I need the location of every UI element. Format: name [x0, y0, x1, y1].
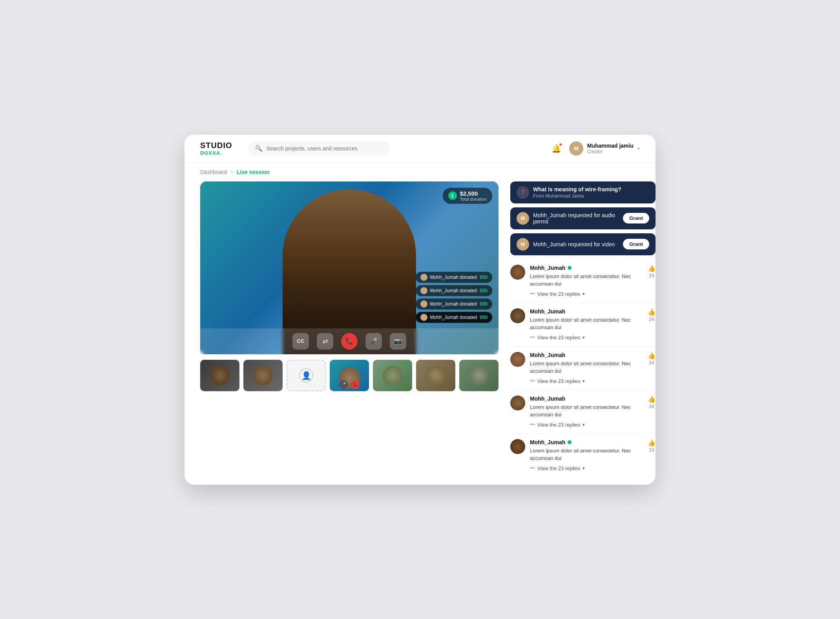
- thumbnails: 👤 🎤 📞: [200, 360, 499, 391]
- comment-header-5: Mohh_Jumah: [530, 439, 643, 445]
- comment-body-3: Mohh_Jumah Lorem ipsum dolor sit amet co…: [530, 352, 643, 384]
- thumb-4[interactable]: 🎤 📞: [330, 360, 369, 391]
- replies-link-2: View the 23 replies: [537, 335, 581, 341]
- dollar-icon: $: [448, 191, 457, 200]
- comment-text-1: Lorem ipsum dolor sit amet consectetur. …: [530, 273, 643, 288]
- question-text: What is meaning of wire-framing? From Mu…: [533, 186, 649, 199]
- chip-avatar-2: [420, 287, 427, 294]
- like-count-3: 24: [649, 360, 654, 366]
- chevron-replies-1: ▾: [583, 291, 585, 297]
- chip-1: Mohh_Jumah donated $50: [416, 272, 492, 283]
- replies-link-4: View the 23 replies: [537, 422, 581, 428]
- question-from: From Muhammad Jamiu: [533, 193, 649, 199]
- chip-user-3: Mohh_Jumah donated: [430, 301, 477, 307]
- breadcrumb: Dashboard > Live session: [184, 163, 656, 178]
- comment-name-4: Mohh_Jumah: [530, 396, 565, 402]
- thumb-mute-icon: 🎤: [339, 380, 348, 389]
- chevron-down-icon: ▾: [637, 146, 640, 151]
- comment-replies-5[interactable]: ••• View the 23 replies ▾: [530, 465, 643, 471]
- like-icon-1[interactable]: 👍: [648, 265, 656, 272]
- question-request-card: ❓ What is meaning of wire-framing? From …: [510, 181, 656, 203]
- question-title: What is meaning of wire-framing?: [533, 186, 649, 192]
- thumb-6[interactable]: [416, 360, 455, 391]
- replies-link-5: View the 23 replies: [537, 465, 581, 471]
- thumb-7[interactable]: [459, 360, 499, 391]
- logo: STUDIO DOXXA.: [200, 141, 232, 156]
- comment-header-4: Mohh_Jumah: [530, 396, 643, 402]
- comments-list: Mohh_Jumah Lorem ipsum dolor sit amet co…: [510, 259, 656, 473]
- comment-right-1: 👍 24: [648, 265, 656, 278]
- chip-4: Mohh_Jumah donated $50: [416, 312, 492, 323]
- right-panel: ❓ What is meaning of wire-framing? From …: [510, 178, 656, 473]
- grant-video-button[interactable]: Grant: [623, 239, 649, 249]
- comment-replies-2[interactable]: ••• View the 23 replies ▾: [530, 335, 643, 341]
- donation-chips: Mohh_Jumah donated $50 Mohh_Jumah donate…: [416, 272, 492, 323]
- comment-avatar-2: [510, 308, 525, 323]
- replies-link-3: View the 23 replies: [537, 378, 581, 384]
- comment-right-2: 👍 24: [648, 308, 656, 322]
- header-right: 🔔 M Muhammad jamiu Creator ▾: [551, 141, 640, 156]
- comment-replies-3[interactable]: ••• View the 23 replies ▾: [530, 378, 643, 384]
- like-icon-4[interactable]: 👍: [648, 396, 656, 403]
- comment-avatar-5: [510, 439, 525, 454]
- chip-amount-2: $50: [480, 288, 488, 293]
- video-permit-card: M Mohh_Jumah requested for video Grant: [510, 233, 656, 255]
- camera-button[interactable]: 📷: [390, 333, 406, 350]
- donation-label: Total donation: [460, 197, 487, 201]
- cc-button[interactable]: CC: [292, 333, 309, 350]
- comment-replies-1[interactable]: ••• View the 23 replies ▾: [530, 291, 643, 297]
- chip-amount-4: $50: [480, 315, 488, 320]
- thumb-1[interactable]: [200, 360, 239, 391]
- video-permit-content: M Mohh_Jumah requested for video Grant: [517, 238, 649, 251]
- comment-body-4: Mohh_Jumah Lorem ipsum dolor sit amet co…: [530, 396, 643, 428]
- search-input[interactable]: [267, 145, 382, 152]
- like-icon-5[interactable]: 👍: [648, 439, 656, 447]
- app-window: STUDIO DOXXA. 🔍 🔔 M Muhammad jamiu Creat…: [184, 135, 656, 485]
- comment-avatar-4: [510, 396, 525, 410]
- video-permit-title: Mohh_Jumah requested for video: [533, 241, 619, 247]
- chip-user-4: Mohh_Jumah donated: [430, 315, 477, 320]
- thumb-4-controls: 🎤 📞: [339, 380, 360, 389]
- camera-icon: 📷: [394, 337, 402, 345]
- avatar: M: [569, 141, 583, 156]
- chip-2: Mohh_Jumah donated $50: [416, 285, 492, 296]
- like-icon-2[interactable]: 👍: [648, 308, 656, 316]
- mute-button[interactable]: 🎤: [365, 333, 382, 350]
- like-icon-3[interactable]: 👍: [648, 352, 656, 359]
- screen-share-button[interactable]: ⇄: [317, 333, 333, 350]
- audio-permit-card: M Mohh_Jumah requested for audio permit …: [510, 207, 656, 229]
- thumb-5[interactable]: [373, 360, 412, 391]
- thumb-bg-1: [200, 360, 239, 391]
- notification-button[interactable]: 🔔: [551, 144, 561, 153]
- thumb-3-empty[interactable]: 👤: [287, 360, 326, 391]
- screen-share-icon: ⇄: [323, 337, 328, 345]
- chip-avatar-1: [420, 274, 427, 281]
- video-controls: CC ⇄ 📞 🎤 📷: [200, 328, 499, 354]
- user-info[interactable]: M Muhammad jamiu Creator ▾: [569, 141, 640, 156]
- search-icon: 🔍: [255, 145, 263, 152]
- end-call-button[interactable]: 📞: [341, 333, 358, 350]
- comment-avatar-1: [510, 265, 525, 280]
- audio-permit-content: M Mohh_Jumah requested for audio permit …: [517, 212, 649, 225]
- comment-text-4: Lorem ipsum dolor sit amet consectetur. …: [530, 403, 643, 419]
- breadcrumb-dashboard[interactable]: Dashboard: [200, 169, 227, 175]
- comment-avatar-3: [510, 352, 525, 367]
- comment-header-1: Mohh_Jumah: [530, 265, 643, 271]
- search-bar[interactable]: 🔍: [248, 141, 389, 156]
- chevron-replies-3: ▾: [583, 379, 585, 384]
- permit-avatar-video: M: [517, 238, 529, 251]
- like-count-1: 24: [649, 273, 654, 278]
- audio-permit-title: Mohh_Jumah requested for audio permit: [533, 212, 619, 225]
- thumb-call-icon: 📞: [351, 380, 360, 389]
- comment-replies-4[interactable]: ••• View the 23 replies ▾: [530, 422, 643, 428]
- verified-badge-1: [568, 266, 572, 270]
- comment-body-1: Mohh_Jumah Lorem ipsum dolor sit amet co…: [530, 265, 643, 297]
- chip-amount-1: $50: [480, 275, 488, 280]
- microphone-icon: 🎤: [370, 337, 378, 345]
- grant-audio-button[interactable]: Grant: [623, 213, 649, 223]
- user-role: Creator: [587, 149, 634, 154]
- thumb-2[interactable]: [243, 360, 283, 391]
- comment-right-4: 👍 24: [648, 396, 656, 409]
- comment-5: Mohh_Jumah Lorem ipsum dolor sit amet co…: [510, 434, 656, 473]
- chip-3: Mohh_Jumah donated $50: [416, 299, 492, 310]
